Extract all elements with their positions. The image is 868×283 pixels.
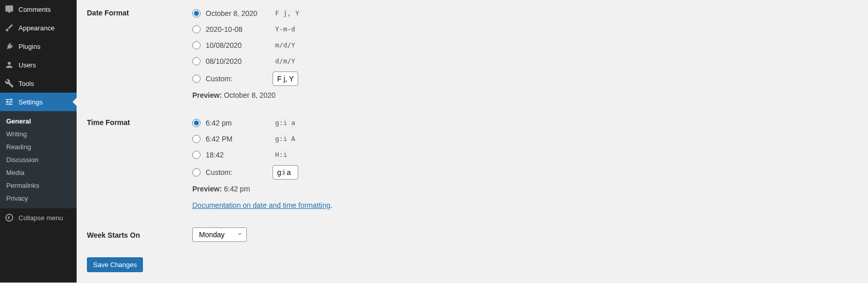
date-option-row: 10/08/2020m/d/Y [192, 40, 858, 50]
sidebar-item-tools[interactable]: Tools [0, 74, 77, 93]
date-preview-value: October 8, 2020 [224, 91, 275, 99]
preview-label: Preview: [192, 91, 222, 99]
date-code-badge: m/d/Y [273, 40, 298, 50]
sliders-icon [4, 97, 14, 107]
time-radio[interactable] [192, 135, 201, 143]
date-code-badge: F j, Y [273, 8, 302, 19]
sidebar-item-appearance[interactable]: Appearance [0, 19, 77, 37]
sidebar-sub-writing[interactable]: Writing [0, 128, 77, 140]
sidebar-item-label: Tools [19, 80, 34, 87]
collapse-label: Collapse menu [19, 214, 63, 222]
date-option-row: 08/10/2020d/m/Y [192, 56, 858, 66]
preview-label: Preview: [192, 185, 222, 193]
time-code-badge: H:i [273, 149, 298, 160]
week-starts-select-wrapper: Monday [192, 227, 247, 242]
documentation-link[interactable]: Documentation on date and time formattin… [192, 201, 331, 209]
date-display: 08/10/2020 [206, 57, 273, 65]
brush-icon [4, 23, 14, 33]
date-radio[interactable] [192, 25, 201, 33]
user-icon [4, 60, 14, 70]
date-radio[interactable] [192, 57, 201, 65]
date-option-row: 2020-10-08Y-m-d [192, 24, 858, 34]
time-format-label: Time Format [87, 117, 192, 127]
date-radio[interactable] [192, 41, 201, 49]
time-custom-row: Custom: [192, 165, 858, 180]
date-display: 10/08/2020 [206, 41, 273, 49]
week-starts-row: Week Starts On Monday [87, 209, 858, 242]
week-starts-select[interactable]: Monday [192, 227, 247, 242]
sidebar-item-label: Comments [19, 6, 51, 13]
time-custom-input[interactable] [273, 165, 298, 180]
sidebar-item-label: Plugins [19, 43, 41, 50]
time-custom-radio[interactable] [192, 168, 201, 176]
date-code-badge: d/m/Y [273, 56, 298, 66]
date-display: October 8, 2020 [206, 9, 273, 17]
date-display: 2020-10-08 [206, 25, 273, 33]
admin-sidebar: CommentsAppearancePluginsUsersToolsSetti… [0, 0, 77, 282]
sidebar-item-label: Appearance [19, 24, 55, 32]
settings-content: Date Format October 8, 2020F j, Y2020-10… [77, 0, 868, 282]
time-option-row: 6:42 pmg:i a [192, 117, 858, 128]
time-format-value: 6:42 pmg:i a6:42 PMg:i A18:42H:iCustom:P… [192, 117, 858, 209]
date-format-label: Date Format [87, 8, 192, 17]
week-starts-label: Week Starts On [87, 230, 192, 239]
week-starts-value: Monday [192, 227, 858, 242]
time-custom-label: Custom: [206, 168, 273, 176]
date-custom-row: Custom: [192, 72, 858, 86]
date-custom-input[interactable] [273, 72, 298, 86]
date-format-value: October 8, 2020F j, Y2020-10-08Y-m-d10/0… [192, 8, 858, 99]
sidebar-sub-permalinks[interactable]: Permalinks [0, 179, 77, 192]
sidebar-sub-privacy[interactable]: Privacy [0, 192, 77, 205]
sidebar-sub-media[interactable]: Media [0, 166, 77, 179]
time-code-badge: g:i A [273, 133, 298, 144]
time-code-badge: g:i a [273, 117, 298, 128]
time-display: 6:42 PM [206, 135, 273, 143]
sidebar-sub-reading[interactable]: Reading [0, 140, 77, 153]
time-display: 6:42 pm [206, 119, 273, 127]
time-format-row: Time Format 6:42 pmg:i a6:42 PMg:i A18:4… [87, 99, 858, 209]
sidebar-item-label: Settings [19, 98, 43, 106]
wrench-icon [4, 78, 14, 89]
sidebar-item-users[interactable]: Users [0, 56, 77, 74]
sidebar-sub-general[interactable]: General [0, 115, 77, 128]
sidebar-item-plugins[interactable]: Plugins [0, 37, 77, 56]
sidebar-submenu: GeneralWritingReadingDiscussionMediaPerm… [0, 111, 77, 208]
date-format-row: Date Format October 8, 2020F j, Y2020-10… [87, 0, 858, 99]
comment-icon [4, 4, 14, 14]
date-custom-radio[interactable] [192, 75, 201, 83]
collapse-menu[interactable]: Collapse menu [0, 208, 77, 227]
time-preview: Preview: 6:42 pm [192, 185, 858, 193]
sidebar-item-settings[interactable]: Settings [0, 93, 77, 111]
time-radio[interactable] [192, 151, 201, 159]
doc-line: Documentation on date and time formattin… [192, 201, 858, 209]
collapse-icon [4, 213, 14, 223]
sidebar-item-label: Users [19, 61, 36, 69]
time-preview-value: 6:42 pm [224, 185, 250, 193]
time-radio[interactable] [192, 119, 201, 127]
date-code-badge: Y-m-d [273, 24, 298, 34]
sidebar-sub-discussion[interactable]: Discussion [0, 153, 77, 166]
sidebar-item-comments[interactable]: Comments [0, 0, 77, 19]
time-display: 18:42 [206, 151, 273, 159]
time-option-row: 6:42 PMg:i A [192, 133, 858, 144]
plug-icon [4, 41, 14, 51]
save-changes-button[interactable]: Save Changes [87, 257, 143, 272]
date-radio[interactable] [192, 9, 201, 17]
date-preview: Preview: October 8, 2020 [192, 91, 858, 99]
svg-point-0 [6, 214, 13, 221]
time-option-row: 18:42H:i [192, 149, 858, 160]
date-option-row: October 8, 2020F j, Y [192, 8, 858, 19]
date-custom-label: Custom: [206, 75, 273, 83]
